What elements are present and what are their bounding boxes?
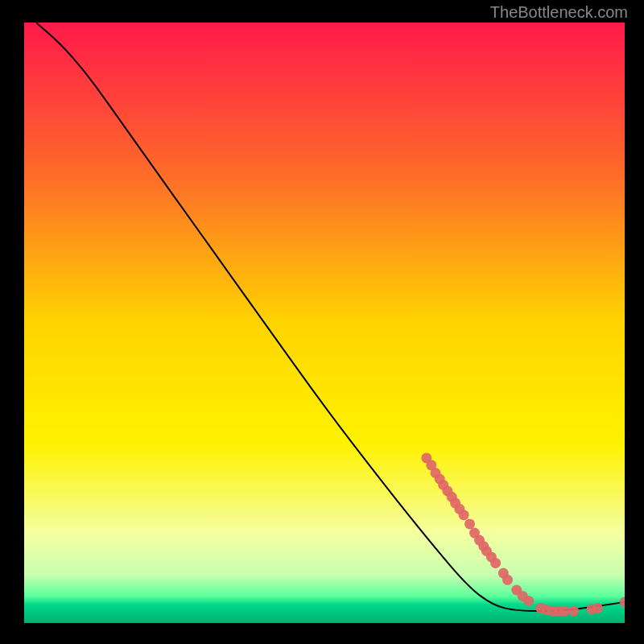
chart-frame: TheBottleneck.com	[0, 0, 644, 644]
data-point	[459, 510, 469, 520]
data-point	[559, 606, 570, 617]
watermark-text: TheBottleneck.com	[490, 3, 628, 22]
chart-plot-area	[24, 23, 625, 623]
chart-svg	[24, 23, 625, 623]
data-point	[464, 518, 475, 529]
data-point	[592, 603, 603, 613]
data-point	[490, 558, 501, 568]
data-point	[568, 606, 579, 617]
data-point	[502, 575, 513, 585]
data-point	[523, 596, 534, 606]
